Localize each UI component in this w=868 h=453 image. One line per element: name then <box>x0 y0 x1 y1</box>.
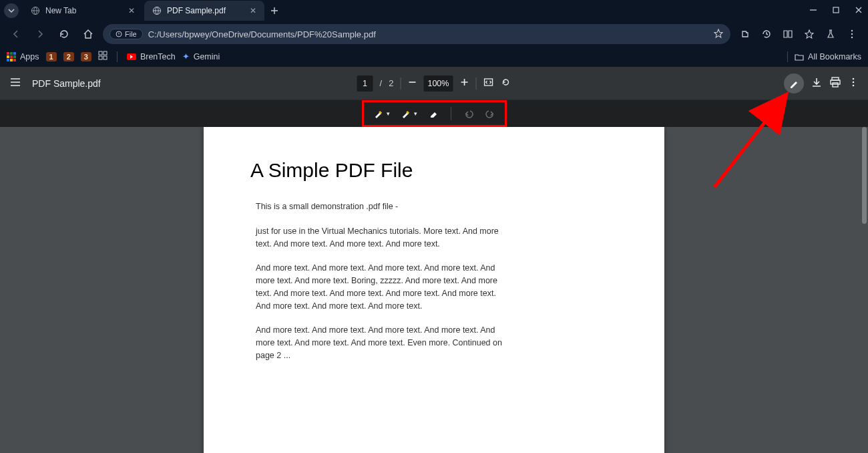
separator <box>451 107 451 120</box>
file-chip-label: File <box>125 30 137 38</box>
bookmark-star-outline-icon[interactable] <box>800 25 819 43</box>
tab-groups-icon[interactable] <box>98 51 107 62</box>
history-button[interactable] <box>757 25 776 43</box>
reload-button[interactable] <box>55 25 73 43</box>
svg-point-17 <box>853 84 855 86</box>
page-number-input[interactable] <box>357 76 373 92</box>
pdf-viewport[interactable]: A Simple PDF File This is a small demons… <box>0 127 868 453</box>
separator <box>400 78 401 90</box>
file-scheme-chip: File <box>110 29 143 39</box>
home-button[interactable] <box>79 25 97 43</box>
extensions-button[interactable] <box>736 25 754 43</box>
bookmark-badge-1[interactable]: 1 <box>46 52 57 61</box>
svg-rect-9 <box>99 56 102 59</box>
apps-grid-icon <box>7 52 16 61</box>
tab-title: New Tab <box>45 6 123 15</box>
pen-tool[interactable]: ▾ <box>401 108 417 119</box>
tab-new-tab[interactable]: New Tab ✕ <box>23 1 143 21</box>
minimize-button[interactable] <box>808 5 819 17</box>
svg-rect-13 <box>831 80 840 84</box>
forward-button[interactable] <box>31 25 49 43</box>
svg-rect-14 <box>833 83 838 87</box>
apps-label: Apps <box>20 52 39 61</box>
window-controls <box>808 0 864 21</box>
tab-pdf-sample[interactable]: PDF Sample.pdf ✕ <box>144 1 264 21</box>
print-button[interactable] <box>829 76 841 91</box>
highlighter-tool[interactable]: ▾ <box>373 108 390 119</box>
gemini-icon: ✦ <box>182 51 190 61</box>
svg-rect-2 <box>833 7 839 13</box>
bookmark-label: Gemini <box>194 52 220 61</box>
globe-icon <box>31 6 40 15</box>
bookmarks-bar: Apps 1 2 3 BrenTech ✦ Gemini All Bookmar… <box>0 47 868 67</box>
separator <box>117 51 118 62</box>
omnibox[interactable]: File C:/Users/bpwey/OneDrive/Documents/P… <box>103 24 730 44</box>
chevron-down-icon: ▾ <box>414 110 417 117</box>
all-bookmarks-button[interactable]: All Bookmarks <box>785 51 861 62</box>
pdf-toolbar: PDF Sample.pdf / 2 <box>0 67 868 100</box>
address-bar: File C:/Users/bpwey/OneDrive/Documents/P… <box>0 21 868 47</box>
new-tab-button[interactable] <box>266 2 283 19</box>
youtube-icon <box>127 53 136 60</box>
scrollbar-thumb[interactable] <box>862 127 867 224</box>
close-icon[interactable]: ✕ <box>250 6 256 15</box>
annotation-toolbox-highlighted: ▾ ▾ <box>362 100 507 127</box>
doc-paragraph: And more text. And more text. And more t… <box>256 324 503 361</box>
doc-paragraph: just for use in the Virtual Mechanics tu… <box>256 225 503 251</box>
page-separator: / <box>380 78 383 88</box>
folder-icon <box>795 52 804 61</box>
close-icon[interactable]: ✕ <box>128 6 135 15</box>
fit-page-button[interactable] <box>483 77 493 90</box>
labs-button[interactable] <box>821 25 840 43</box>
svg-point-5 <box>851 33 853 35</box>
bookmark-star-icon[interactable] <box>713 28 724 41</box>
back-button[interactable] <box>7 25 25 43</box>
svg-point-4 <box>851 30 853 31</box>
download-button[interactable] <box>811 76 823 91</box>
tab-title: PDF Sample.pdf <box>167 6 244 15</box>
annotate-button[interactable] <box>784 73 804 94</box>
undo-button[interactable] <box>463 108 474 119</box>
apps-button[interactable]: Apps <box>7 52 39 61</box>
svg-point-16 <box>853 81 855 83</box>
zoom-in-button[interactable] <box>459 78 469 90</box>
pdf-page-zoom-controls: / 2 <box>357 76 511 92</box>
url-text: C:/Users/bpwey/OneDrive/Documents/PDF%20… <box>148 29 708 39</box>
globe-icon <box>152 6 162 15</box>
svg-rect-8 <box>103 51 107 55</box>
page-total: 2 <box>389 78 393 88</box>
pdf-toolbar-right <box>784 73 859 94</box>
hamburger-menu-icon[interactable] <box>9 76 24 91</box>
tab-search-button[interactable] <box>4 3 19 18</box>
pdf-page: A Simple PDF File This is a small demons… <box>204 127 664 453</box>
separator <box>475 78 476 90</box>
svg-point-15 <box>853 78 855 80</box>
rotate-button[interactable] <box>500 77 511 90</box>
all-bookmarks-label: All Bookmarks <box>808 52 861 61</box>
doc-paragraph: This is a small demonstration .pdf file … <box>256 200 503 213</box>
zoom-level-input[interactable] <box>423 76 453 92</box>
bookmark-brentech[interactable]: BrenTech <box>127 52 176 61</box>
separator <box>787 51 788 62</box>
svg-point-6 <box>851 37 853 38</box>
pdf-menu-button[interactable] <box>848 77 859 90</box>
bookmark-label: BrenTech <box>140 52 176 61</box>
maximize-button[interactable] <box>831 5 841 17</box>
bookmark-badge-3[interactable]: 3 <box>81 52 91 61</box>
doc-paragraph: And more text. And more text. And more t… <box>256 262 503 312</box>
bookmark-badge-2[interactable]: 2 <box>63 52 74 61</box>
pdf-filename: PDF Sample.pdf <box>32 78 101 89</box>
bookmark-gemini[interactable]: ✦ Gemini <box>182 51 220 61</box>
svg-rect-7 <box>99 51 102 55</box>
doc-title: A Simple PDF File <box>250 159 618 182</box>
chevron-down-icon: ▾ <box>387 110 390 117</box>
svg-rect-10 <box>103 56 107 59</box>
eraser-tool[interactable] <box>428 108 439 119</box>
tab-strip: New Tab ✕ PDF Sample.pdf ✕ <box>0 0 868 21</box>
reading-list-button[interactable] <box>779 25 797 43</box>
annotation-toolbar: ▾ ▾ <box>0 100 868 127</box>
zoom-out-button[interactable] <box>407 78 417 90</box>
redo-button[interactable] <box>485 108 495 119</box>
browser-menu-button[interactable] <box>843 25 861 43</box>
close-window-button[interactable] <box>853 5 864 17</box>
